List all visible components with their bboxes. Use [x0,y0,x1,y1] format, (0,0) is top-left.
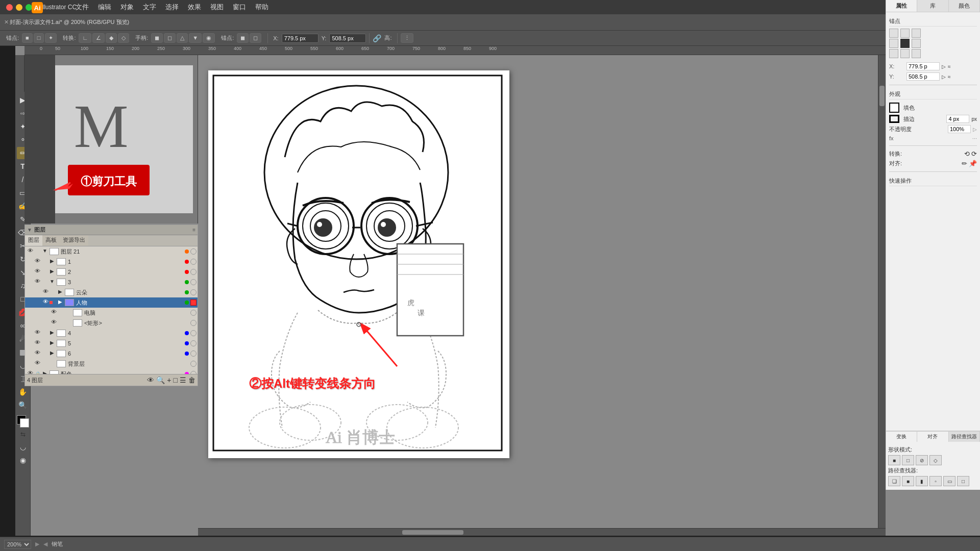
transform-btn-2[interactable]: ∠ [92,33,105,43]
swap-colors-btn[interactable]: ⇆ [20,431,26,438]
x-coord-input[interactable] [282,34,318,43]
layer-row-bg[interactable]: 👁 背景层 [25,359,198,369]
anchor-br[interactable] [912,49,921,58]
layer-expand-person[interactable]: ▶ [57,299,64,306]
menu-help[interactable]: 帮助 [251,2,273,13]
layer-target-3[interactable] [190,279,197,285]
layer-lock-color[interactable]: 🔒 [34,371,41,374]
layer-visibility-5[interactable]: 👁 [33,339,41,347]
fx-label[interactable]: fx [889,135,894,141]
stroke-width-input[interactable] [946,115,969,123]
x-constraint[interactable]: ≈ [948,64,951,69]
extra-tool[interactable]: ◉ [17,454,29,466]
layer-visibility-person[interactable]: 👁 [41,298,50,307]
layers-panel-close[interactable]: ▼ [27,227,32,233]
layer-expand-cloud[interactable]: ▶ [57,289,64,296]
tab-layers[interactable]: 图层 [25,235,42,246]
layer-target-rect[interactable] [190,320,197,326]
layer-visibility-color[interactable]: 👁 [26,370,34,374]
y-coord-input[interactable] [329,34,366,43]
menu-select[interactable]: 选择 [161,2,183,13]
y-constraint[interactable]: ≈ [948,74,951,80]
horizontal-scrollbar[interactable] [198,528,886,536]
anchor-btn-3[interactable]: ✦ [45,33,57,43]
layer-row-cloud[interactable]: 👁 ▶ 云朵 [25,287,198,297]
layer-expand-6[interactable]: ▶ [48,350,56,357]
layer-target-cloud[interactable] [190,289,197,295]
layer-target-1[interactable] [190,259,197,265]
opacity-input[interactable] [948,125,971,133]
tab-color[interactable]: 颜色 [949,0,980,12]
anchor-tc[interactable] [900,29,910,38]
divide-btn[interactable]: ❑ [888,476,900,486]
y-arrow-right[interactable]: ▷ [942,74,946,80]
menu-window[interactable]: 窗口 [229,2,250,13]
layer-visibility-pc[interactable]: 👁 [50,309,58,317]
transform-btn-4[interactable]: ◇ [118,33,129,43]
transform-options-btn[interactable]: ⋮ [401,33,413,43]
layer-row-1[interactable]: 👁 ▶ 1 [25,257,198,267]
transform-icon-2[interactable]: ⟳ [971,150,977,158]
main-canvas[interactable]: 虎 课 Ai 肖博士 [198,55,886,536]
layer-visibility-1[interactable]: 👁 [33,258,41,266]
layer-target-5[interactable] [190,340,197,346]
layer-row-5[interactable]: 👁 ▶ 5 [25,338,198,348]
fill-color-indicator[interactable] [889,103,899,113]
layer-visibility-6[interactable]: 👁 [33,349,41,358]
menu-view[interactable]: 视图 [206,2,228,13]
layer-expand-1[interactable]: ▶ [48,258,56,265]
layer-visibility-21[interactable]: 👁 [26,247,34,256]
layer-visibility-2[interactable]: 👁 [33,268,41,276]
layer-row-4[interactable]: 👁 ▶ 4 [25,328,198,338]
opacity-expand[interactable]: ▷ [973,127,977,132]
layers-make-visible-btn[interactable]: 👁 [147,376,154,384]
tab-pathfinder[interactable]: 路径查找器 [949,432,980,442]
tab-align[interactable]: 对齐 [917,432,948,442]
handle-btn-5[interactable]: ◉ [203,33,215,43]
layer-row-rect[interactable]: 👁 <矩形> [25,318,198,328]
menu-file[interactable]: 文件 [71,2,93,13]
layers-search-btn[interactable]: 🔍 [156,376,165,384]
tab-properties[interactable]: 属性 [886,0,917,12]
layers-add-btn[interactable]: + [167,376,171,384]
layer-visibility-3[interactable]: 👁 [33,278,41,286]
layer-target-6[interactable] [190,350,197,357]
close-button[interactable] [6,4,13,11]
transform-btn-1[interactable]: ∟ [79,33,91,43]
menu-object[interactable]: 对象 [116,2,138,13]
handle-btn-1[interactable]: ◼ [151,33,163,43]
layer-expand-2[interactable]: ▶ [48,268,56,276]
layer-expand-4[interactable]: ▶ [48,330,56,337]
layer-visibility-4[interactable]: 👁 [33,329,41,337]
anchor-btn-2[interactable]: □ [34,33,44,43]
layers-delete-btn[interactable]: 🗑 [188,376,195,384]
anchor-bc[interactable] [900,49,910,58]
outline-btn[interactable]: ▭ [943,476,955,486]
layer-expand-color[interactable]: ▶ [41,370,48,374]
zoom-select[interactable]: 200% 100% 50% [4,540,31,549]
anchor-mr[interactable] [912,39,921,48]
vertical-scrollbar[interactable] [878,55,886,528]
anchor-btn-1[interactable]: ■ [22,33,33,43]
exclude-btn[interactable]: ◇ [929,455,942,465]
layer-row-2[interactable]: 👁 ▶ 2 [25,267,198,277]
layer-expand-21[interactable]: ▼ [41,248,48,255]
x-arrow-right[interactable]: ▷ [942,64,946,69]
zoom-tool[interactable]: 🔍 [17,399,29,411]
artboard-icon[interactable]: ◡ [17,441,29,453]
layer-row-3[interactable]: 👁 ▼ 3 [25,277,198,287]
layer-target-4[interactable] [190,330,197,336]
anchor-point-btn-2[interactable]: ◻ [250,33,261,43]
layer-visibility-rect[interactable]: 👁 [50,319,58,327]
fill-color-swatch[interactable] [17,415,29,428]
anchor-point-btn[interactable]: ◼ [237,33,249,43]
merge-btn[interactable]: ▮ [916,476,928,486]
stroke-color-indicator[interactable] [889,115,899,123]
transform-btn-3[interactable]: ◆ [106,33,117,43]
document-tab[interactable]: 封面-演示源文件1.ai* @ 200% (RGB/GPU 预览) [10,18,129,26]
anchor-mc[interactable] [900,39,910,48]
intersect-btn[interactable]: ⊘ [916,455,928,465]
anchor-tr[interactable] [912,29,921,38]
layer-target-person[interactable] [190,299,197,306]
layer-row-pc[interactable]: 👁 电脑 [25,308,198,318]
